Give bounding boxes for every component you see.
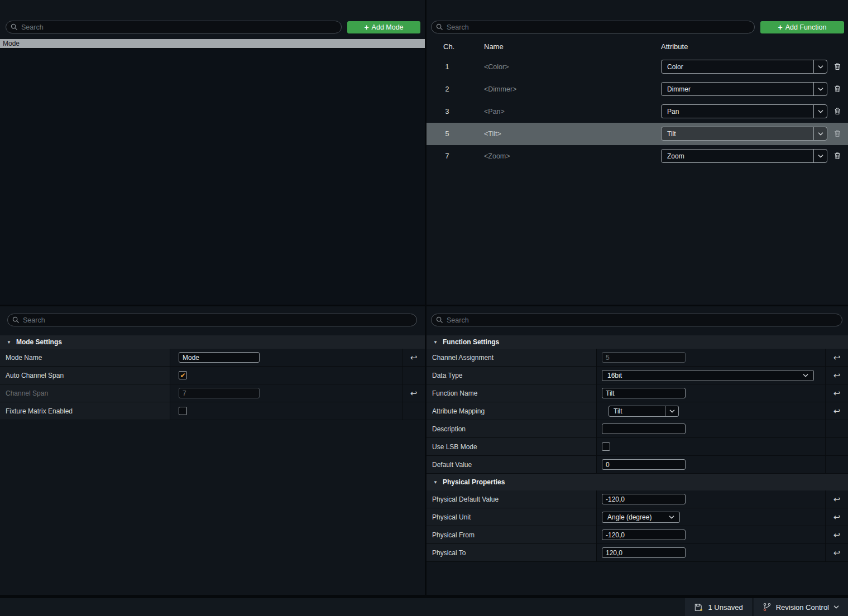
attribute-value: Pan [662, 108, 813, 116]
reset-to-default-button[interactable]: ↩ [833, 513, 841, 521]
attribute-dropdown[interactable]: Zoom [661, 149, 827, 163]
function-channel: 3 [439, 100, 456, 123]
setting-row-function-name: Function Name ↩ [427, 384, 848, 402]
function-row[interactable]: 3 <Pan> Pan [427, 100, 848, 123]
reset-to-default-button[interactable]: ↩ [410, 389, 418, 397]
search-icon [436, 316, 443, 324]
revision-control-button[interactable]: Revision Control [754, 598, 848, 616]
channel-assignment-field [602, 352, 686, 363]
physical-to-field[interactable] [602, 547, 686, 558]
physical-unit-value: Angle (degree) [607, 513, 651, 521]
functions-table-header: Ch. Name Attribute [427, 42, 848, 54]
section-mode-settings[interactable]: ▼ Mode Settings [0, 335, 425, 349]
function-channel: 2 [439, 78, 456, 100]
delete-function-button[interactable] [833, 107, 843, 117]
mode-list: Mode [0, 39, 425, 305]
function-row[interactable]: 2 <Dimmer> Dimmer [427, 78, 848, 100]
section-physical-properties[interactable]: ▼ Physical Properties [427, 474, 848, 490]
mode-settings-search[interactable] [7, 314, 417, 326]
function-row-selected[interactable]: 5 <Tilt> Tilt [427, 123, 848, 145]
fixture-matrix-checkbox[interactable] [179, 407, 187, 415]
data-type-dropdown[interactable]: 16bit [602, 370, 814, 381]
reset-to-default-button[interactable]: ↩ [833, 353, 841, 362]
chevron-down-icon [833, 605, 839, 609]
add-mode-label: Add Mode [372, 23, 404, 31]
reset-to-default-button[interactable]: ↩ [833, 407, 841, 415]
delete-function-button[interactable] [833, 84, 843, 94]
reset-to-default-button[interactable]: ↩ [833, 389, 841, 397]
revision-control-label: Revision Control [776, 603, 829, 612]
function-row[interactable]: 7 <Zoom> Zoom [427, 145, 848, 167]
function-settings-search-input[interactable] [447, 316, 837, 324]
search-icon [12, 316, 20, 324]
modes-panel: + Add Mode Mode [0, 0, 425, 305]
mode-settings-search-input[interactable] [23, 316, 412, 324]
setting-row-mode-name: Mode Name ↩ [0, 349, 425, 367]
attribute-value: Color [662, 63, 813, 71]
modes-search[interactable] [6, 21, 342, 33]
chevron-down-icon [813, 83, 827, 95]
delete-function-button[interactable] [833, 151, 843, 161]
search-icon [11, 23, 18, 31]
setting-row-use-lsb-mode: Use LSB Mode [427, 438, 848, 456]
setting-label: Function Name [427, 384, 597, 402]
function-name: <Dimmer> [484, 78, 516, 100]
section-title: Mode Settings [16, 338, 62, 346]
function-channel: 1 [439, 56, 456, 78]
unsaved-button[interactable]: 1 Unsaved [685, 598, 751, 616]
add-mode-button[interactable]: + Add Mode [347, 21, 420, 33]
chevron-down-icon [813, 150, 827, 162]
reset-to-default-button[interactable]: ↩ [833, 371, 841, 379]
mode-list-item[interactable]: Mode [0, 39, 425, 49]
default-value-field[interactable] [602, 459, 686, 470]
attribute-dropdown[interactable]: Dimmer [661, 82, 827, 96]
setting-row-channel-span: Channel Span ↩ [0, 384, 425, 402]
setting-row-physical-to: Physical To ↩ [427, 544, 848, 562]
data-type-value: 16bit [607, 372, 622, 379]
setting-label: Physical To [427, 544, 597, 561]
function-channel: 5 [439, 123, 456, 145]
setting-label: Physical From [427, 526, 597, 543]
delete-function-button[interactable] [833, 62, 843, 72]
reset-to-default-button[interactable]: ↩ [833, 495, 841, 503]
attribute-dropdown[interactable]: Pan [661, 104, 827, 118]
reset-to-default-button[interactable]: ↩ [833, 548, 841, 557]
plus-icon: + [364, 23, 368, 31]
use-lsb-mode-checkbox[interactable] [602, 442, 610, 451]
setting-label: Auto Channel Span [0, 367, 170, 384]
section-title: Physical Properties [443, 478, 505, 486]
attribute-mapping-dropdown[interactable]: Tilt [609, 406, 679, 417]
trash-icon [833, 129, 842, 138]
revision-control-icon [763, 603, 772, 612]
function-name: <Pan> [484, 100, 505, 123]
physical-unit-dropdown[interactable]: Angle (degree) [602, 512, 680, 523]
save-icon [694, 603, 703, 612]
function-name-field[interactable] [602, 388, 686, 398]
section-function-settings[interactable]: ▼ Function Settings [427, 335, 848, 349]
add-function-button[interactable]: + Add Function [760, 21, 844, 33]
function-row[interactable]: 1 <Color> Color [427, 56, 848, 78]
physical-from-field[interactable] [602, 530, 686, 540]
setting-label: Description [427, 420, 597, 437]
mode-settings-panel: ▼ Mode Settings Mode Name ↩ Auto Channel… [0, 306, 425, 595]
function-settings-search[interactable] [431, 314, 842, 326]
physical-default-value-field[interactable] [602, 494, 686, 504]
attribute-dropdown[interactable]: Tilt [661, 127, 827, 141]
functions-search[interactable] [431, 21, 755, 33]
mode-name-field[interactable] [179, 352, 260, 363]
setting-label: Physical Default Value [427, 490, 597, 508]
unsaved-label: 1 Unsaved [708, 603, 742, 612]
setting-row-physical-from: Physical From ↩ [427, 526, 848, 544]
reset-to-default-button[interactable]: ↩ [833, 531, 841, 539]
functions-search-input[interactable] [447, 23, 750, 31]
reset-to-default-button[interactable]: ↩ [410, 353, 418, 362]
modes-search-input[interactable] [21, 23, 337, 31]
functions-panel: + Add Function Ch. Name Attribute 1 <Col… [427, 0, 848, 305]
delete-function-button[interactable] [833, 129, 843, 139]
auto-channel-span-checkbox[interactable]: ✔ [179, 371, 187, 379]
setting-label: Mode Name [0, 349, 170, 366]
chevron-down-icon [813, 60, 827, 73]
trash-icon [833, 107, 842, 116]
attribute-dropdown[interactable]: Color [661, 60, 827, 74]
description-field[interactable] [602, 424, 686, 434]
